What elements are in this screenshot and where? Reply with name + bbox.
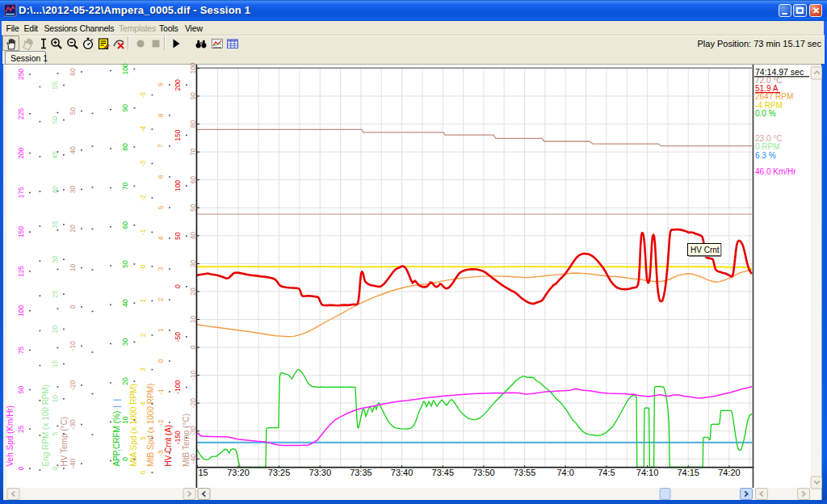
svg-text:0: 0 bbox=[121, 457, 129, 461]
svg-text:6: 6 bbox=[157, 174, 165, 178]
svg-text:APP,CRFM (%): APP,CRFM (%) bbox=[112, 411, 121, 467]
svg-text:100: 100 bbox=[17, 304, 25, 316]
svg-text:4: 4 bbox=[157, 236, 165, 240]
svg-text:MtB Spd (x 1000 RPM): MtB Spd (x 1000 RPM) bbox=[146, 384, 155, 467]
svg-text:-1: -1 bbox=[157, 388, 165, 395]
svg-text:50: 50 bbox=[121, 260, 129, 268]
svg-text:0: 0 bbox=[139, 264, 147, 268]
svg-text:2: 2 bbox=[157, 297, 165, 301]
svg-text:-100: -100 bbox=[174, 380, 182, 394]
svg-text:-2: -2 bbox=[157, 419, 165, 426]
svg-text:73:55: 73:55 bbox=[514, 468, 536, 477]
svg-text:60: 60 bbox=[121, 221, 129, 229]
svg-text:30: 30 bbox=[121, 338, 129, 346]
svg-text:25: 25 bbox=[17, 425, 25, 433]
svg-text:-20: -20 bbox=[69, 380, 77, 391]
svg-text:1: 1 bbox=[139, 299, 147, 303]
svg-text:23.0 °C: 23.0 °C bbox=[755, 134, 782, 143]
svg-text:73:20: 73:20 bbox=[227, 468, 250, 477]
svg-text:90: 90 bbox=[189, 92, 197, 100]
svg-text:-5: -5 bbox=[139, 91, 147, 98]
svg-text:6.3 %: 6.3 % bbox=[755, 151, 776, 160]
svg-text:HV Crnt: HV Crnt bbox=[691, 246, 720, 254]
svg-text:46.0 Km/Hr: 46.0 Km/Hr bbox=[755, 167, 796, 176]
svg-text:100: 100 bbox=[121, 63, 129, 74]
svg-text:10: 10 bbox=[121, 416, 129, 424]
svg-text:MtA Spd (x 1000 RPM): MtA Spd (x 1000 RPM) bbox=[129, 384, 138, 466]
svg-text:175: 175 bbox=[17, 187, 25, 198]
svg-text:1: 1 bbox=[157, 328, 165, 332]
svg-text:74:0: 74:0 bbox=[556, 468, 573, 477]
svg-text:200: 200 bbox=[174, 79, 182, 90]
svg-text:7: 7 bbox=[157, 144, 165, 148]
svg-text:50: 50 bbox=[174, 232, 182, 240]
svg-text:50: 50 bbox=[51, 116, 59, 124]
svg-text:0: 0 bbox=[69, 304, 77, 309]
svg-text:25: 25 bbox=[51, 290, 59, 298]
svg-text:5: 5 bbox=[157, 205, 165, 209]
svg-text:73:50: 73:50 bbox=[472, 468, 495, 477]
svg-text:30: 30 bbox=[189, 259, 197, 267]
svg-text:60: 60 bbox=[189, 176, 197, 184]
svg-text:8: 8 bbox=[157, 113, 165, 117]
svg-text:-2: -2 bbox=[139, 195, 147, 201]
svg-text:74:5: 74:5 bbox=[598, 468, 615, 477]
svg-text:50: 50 bbox=[17, 385, 25, 393]
svg-text:73:30: 73:30 bbox=[309, 468, 332, 477]
svg-text:-150: -150 bbox=[174, 430, 182, 444]
svg-text:74:10: 74:10 bbox=[636, 468, 659, 477]
svg-text:10: 10 bbox=[69, 264, 77, 272]
svg-text:0: 0 bbox=[51, 466, 59, 470]
svg-text:250: 250 bbox=[17, 69, 25, 80]
svg-text:75: 75 bbox=[17, 346, 25, 355]
svg-text:HV Temp (°C): HV Temp (°C) bbox=[60, 417, 69, 467]
svg-text:15: 15 bbox=[51, 360, 59, 368]
svg-text:73:25: 73:25 bbox=[268, 468, 291, 477]
svg-text:35: 35 bbox=[51, 220, 59, 229]
svg-text:73:35: 73:35 bbox=[350, 468, 372, 477]
svg-text:-20: -20 bbox=[189, 398, 197, 409]
svg-text:10: 10 bbox=[51, 395, 59, 403]
svg-text:20: 20 bbox=[51, 326, 59, 334]
svg-text:5: 5 bbox=[51, 431, 59, 435]
svg-text:20: 20 bbox=[189, 288, 197, 296]
svg-text:-4: -4 bbox=[139, 126, 147, 132]
svg-text:73:45: 73:45 bbox=[432, 468, 455, 477]
svg-text:-30: -30 bbox=[189, 426, 197, 436]
svg-text:-50: -50 bbox=[174, 332, 182, 342]
svg-text:70: 70 bbox=[121, 182, 129, 190]
svg-text:40: 40 bbox=[189, 232, 197, 240]
svg-text:40: 40 bbox=[69, 146, 77, 154]
svg-text:74:20: 74:20 bbox=[718, 468, 741, 477]
svg-text:90: 90 bbox=[121, 104, 129, 112]
svg-text:200: 200 bbox=[17, 147, 25, 158]
svg-text:30: 30 bbox=[69, 186, 77, 194]
svg-text:Eng RPM (x 100 RPM): Eng RPM (x 100 RPM) bbox=[41, 384, 50, 467]
svg-text:2: 2 bbox=[139, 333, 147, 337]
svg-text:80: 80 bbox=[121, 143, 129, 151]
svg-text:❘❘: ❘❘ bbox=[112, 397, 122, 410]
svg-text:10: 10 bbox=[189, 315, 197, 323]
svg-text:40: 40 bbox=[51, 186, 59, 194]
svg-text:-10: -10 bbox=[189, 370, 197, 380]
svg-text:3: 3 bbox=[139, 368, 147, 372]
svg-text:100: 100 bbox=[189, 62, 197, 74]
svg-text:-40: -40 bbox=[189, 454, 197, 464]
svg-text:9: 9 bbox=[157, 82, 165, 86]
svg-text:100: 100 bbox=[174, 180, 182, 191]
svg-text:0: 0 bbox=[157, 359, 165, 363]
svg-text:225: 225 bbox=[17, 107, 25, 119]
svg-text:-3: -3 bbox=[139, 160, 147, 166]
svg-text:55: 55 bbox=[51, 82, 59, 90]
svg-text:74:15: 74:15 bbox=[677, 468, 699, 477]
svg-text:Veh Spd (Km/Hr): Veh Spd (Km/Hr) bbox=[6, 405, 15, 467]
svg-text:73:40: 73:40 bbox=[391, 468, 414, 477]
svg-text:125: 125 bbox=[17, 266, 25, 277]
svg-text:2647 RPM: 2647 RPM bbox=[755, 92, 793, 101]
svg-text:50: 50 bbox=[69, 107, 77, 116]
svg-text:51.9 A: 51.9 A bbox=[755, 84, 779, 93]
svg-text:150: 150 bbox=[174, 129, 182, 141]
svg-text:0 RPM: 0 RPM bbox=[755, 142, 780, 151]
svg-text:50: 50 bbox=[189, 204, 197, 212]
svg-text:6: 6 bbox=[139, 470, 147, 474]
